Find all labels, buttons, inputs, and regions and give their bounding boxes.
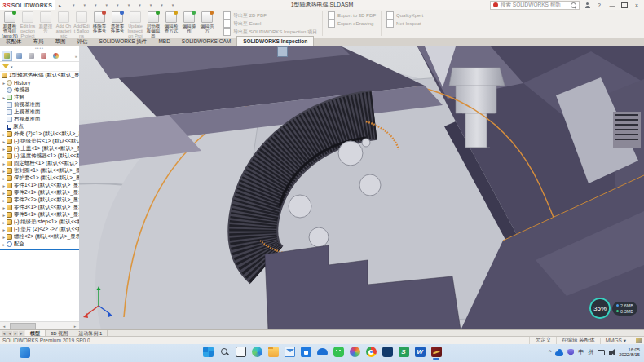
scrollbar-thumb[interactable] [10,323,36,329]
quick-access-button[interactable]: ▾ [90,2,97,9]
solidworks-logo[interactable]: 3S SOLIDWORKS [0,0,55,10]
view-tool-button[interactable] [277,46,288,57]
export-menu-item[interactable]: 导出至 SOLIDWORKS Inspection 项目 [223,28,317,36]
model-right-fins[interactable] [613,112,641,148]
minimize-button[interactable]: — [608,2,616,8]
export-menu-item[interactable]: Export to 3D PDF [328,11,376,20]
view-tool-button[interactable] [342,46,353,57]
tab-dimxpertmanager[interactable] [38,51,49,61]
tree-item[interactable]: ▸ 配合 [0,241,79,248]
view-tool-button[interactable] [264,46,275,57]
taskbar-app-button[interactable] [430,347,443,360]
tree-item[interactable]: ▸ 密封圈<1> (默认<<默认>_显示状 [0,167,79,174]
ribbon-button[interactable]: 选择零件序号 [108,10,126,33]
taskbar-app-button[interactable] [349,347,361,360]
tree-item[interactable]: ▸ 保护套<1> (默认<<默认>_显示状 [0,174,79,182]
export-menu-item[interactable]: Net-Inspect [386,20,423,28]
view-tool-button[interactable] [290,46,301,57]
restore-button[interactable] [621,2,628,8]
taskbar-app-button[interactable] [300,347,312,360]
ribbon-tab[interactable]: SOLIDWORKS CAM [176,37,236,46]
volume-icon[interactable] [609,351,612,355]
quick-access-button[interactable]: ▾ [79,2,86,9]
clock[interactable]: 16:05 2022/8/15 [619,347,640,358]
tree-item[interactable]: ▸ 零件2<2> (默认<<默认>_显示状态 [0,196,79,204]
tree-item[interactable]: ▸ 零件2<1> (默认<<默认>_显示状态 [0,189,79,196]
tree-item[interactable]: ▸ (-) 垫片 (2)<2> ->? (默认<<默认> [0,226,79,233]
cad-model[interactable] [79,46,644,330]
export-menu-item[interactable]: Export eDrawing [328,20,376,28]
quick-access-button[interactable]: ▾ [123,2,130,9]
tree-item[interactable]: 1型轴承热电偶 (默认<默认_显示状态-1 [0,72,79,79]
tree-item[interactable]: ▸ 螺栓<2> (默认<<默认>_显示状态 [0,233,79,241]
ribbon-tab[interactable]: SOLIDWORKS Inspection [236,36,314,46]
filter-funnel-icon[interactable] [2,64,9,68]
security-shield-icon[interactable] [567,349,574,356]
ime-language-indicator[interactable]: 中 [578,347,584,358]
tab-configurationmanager[interactable] [26,51,37,61]
tree-item[interactable]: ▸ 零件1<1> (默认<<默认>_显示状态 [0,182,79,189]
quick-access-button[interactable]: ▾ [101,2,108,9]
quick-access-button[interactable]: ▾ [112,2,119,9]
tree-item[interactable]: ▸ 固定螺栓<1> (默认<<默认>_显示 [0,160,79,167]
tag-icon[interactable] [636,338,642,343]
tree-item[interactable]: ▸ (-) 绝缘垫片<1> (默认<<默认>_显 [0,138,79,145]
scroll-right-icon[interactable]: ▸ [71,324,79,329]
taskbar-app-button[interactable] [202,347,214,360]
tree-item[interactable]: ▸ 零件5<1> (默认<<默认>_显示状态 [0,211,79,219]
tab-displaymanager[interactable] [51,51,61,61]
taskbar-app-button[interactable] [333,347,345,360]
ribbon-tab[interactable]: MBD [152,37,175,46]
user-account-icon[interactable] [584,2,590,8]
ime-mode-indicator[interactable]: 拼 [588,347,593,358]
view-tool-button[interactable] [238,46,249,57]
hidden-icons-chevron[interactable]: ^ [549,347,551,358]
taskbar-app-button[interactable] [365,347,377,360]
taskbar-app-button[interactable] [267,347,280,360]
view-tool-button[interactable] [303,46,314,57]
menu-expand-arrow-icon[interactable]: ▸ [59,2,61,8]
taskbar-app-button[interactable] [316,347,329,360]
tree-item[interactable]: ▸ 外壳 (2)<1> (默认<<默认>_显示状 [0,130,79,138]
search-icon[interactable] [571,2,576,8]
search-input[interactable]: 搜索 SOLIDWORKS 帮助 [490,1,580,10]
ribbon-button[interactable]: 新建报告 [37,10,55,33]
tree-item[interactable]: ▸ (-) 温度传感器<1> (默认<<默认>_ [0,152,79,160]
graphics-viewport[interactable]: // prefix heads-up icon classes after re… [79,46,644,330]
quick-access-button[interactable]: ▾ [134,2,141,9]
ribbon-button[interactable]: Add Characteristic [55,10,73,38]
taskbar-app-button[interactable] [382,347,394,360]
export-menu-item[interactable]: QualityXpert [386,11,423,20]
export-menu-item[interactable]: 导出至 Excel [223,20,317,28]
help-button[interactable]: ? [595,2,603,8]
export-menu-item[interactable]: 导出至 2D PDF [223,11,317,20]
ribbon-button[interactable]: Add/Edit Balloons [73,10,90,38]
view-tool-button[interactable] [329,46,340,57]
quick-access-button[interactable]: ▾ [145,2,152,9]
tree-item[interactable]: ▸ History [0,79,79,86]
ribbon-button[interactable]: 编辑操作 [180,10,198,33]
tree-item[interactable]: 上视基准面 [0,108,79,116]
ribbon-button[interactable]: 新建检查项目 (amp;N) [1,10,19,38]
ribbon-tab[interactable]: 草图 [50,37,72,46]
ribbon-tab[interactable]: 布局 [28,37,50,46]
tree-item[interactable]: ▸ 注解 [0,94,79,101]
view-tool-button[interactable] [316,46,327,57]
ribbon-button[interactable]: 编辑供方 [198,10,216,33]
onedrive-tray-icon[interactable] [555,351,563,356]
scroll-left-icon[interactable]: ◂ [0,324,8,329]
rollback-bar[interactable] [0,249,79,250]
ribbon-button[interactable]: 启动模板编辑器 [144,10,162,38]
taskbar-app-button[interactable] [235,347,247,360]
ribbon-button[interactable]: 编辑检查方式 [162,10,180,33]
taskbar-app-button[interactable]: S [398,347,410,360]
tree-item[interactable]: ▸ 零件3<1> (默认<<默认>_显示状态 [0,204,79,211]
ribbon-tab[interactable]: 评估 [72,37,94,46]
taskbar-app-button[interactable] [284,347,296,360]
chevron-down-icon[interactable]: ▾ [11,64,13,69]
tree-item[interactable]: ▸ (-) 上盖<1> (默认<<默认>_显示状 [0,145,79,152]
tab-propertymanager[interactable] [14,51,24,61]
units-selector[interactable]: MMGS ▾ [600,338,631,344]
tree-item[interactable]: 前视基准面 [0,101,79,108]
tree-item[interactable]: ▸ (-) 绝缘垫.step<1> (默认<<默认> [0,219,79,226]
